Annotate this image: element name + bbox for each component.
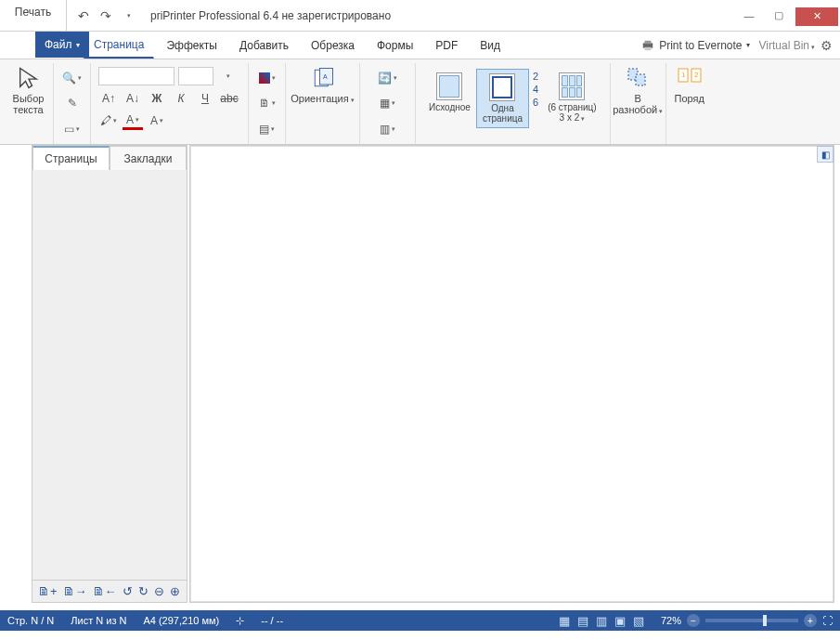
zoom-control: 72% − + ⛶ <box>661 614 833 627</box>
zoom-slider[interactable] <box>705 619 798 622</box>
shrink-font-icon[interactable]: A↓ <box>123 89 143 108</box>
tab-crop[interactable]: Обрезка <box>301 33 365 59</box>
canvas-options-icon[interactable]: ◧ <box>817 146 834 163</box>
select-text-button[interactable]: Выбор текста <box>13 65 45 115</box>
work-area: Страницы Закладки 🗎+ 🗎→ 🗎← ↺ ↻ ⊖ ⊕ ◧ <box>32 145 834 603</box>
highlight-icon[interactable]: 🖍 <box>98 111 119 130</box>
layout-random-button[interactable]: В разнобой <box>613 65 663 117</box>
quick-access-toolbar: ↶ ↷ <box>67 0 145 31</box>
svg-text:1: 1 <box>681 71 686 79</box>
cursor-icon <box>16 65 42 91</box>
orientation-button[interactable]: A Ориентация <box>291 65 354 106</box>
change-case-icon[interactable]: A <box>147 111 167 130</box>
layout-original[interactable]: Исходное <box>423 69 476 116</box>
layout-2[interactable]: 2 <box>533 71 538 82</box>
sidebar-tabs: Страницы Закладки <box>32 146 187 170</box>
status-view-icons: ▦ ▤ ▥ ▣ ▧ <box>559 614 644 628</box>
font-size-dropdown[interactable] <box>217 67 238 85</box>
svg-rect-2 <box>645 46 652 50</box>
add-page-icon[interactable]: 🗎+ <box>38 584 58 598</box>
layout-six-label: (6 страниц) 3 x 2 <box>548 102 597 124</box>
underline-icon[interactable]: Ч <box>195 89 215 108</box>
view-mode-1-icon[interactable]: ▦ <box>559 614 570 628</box>
layout-6[interactable]: 6 <box>533 97 538 108</box>
fit-screen-icon[interactable]: ⛶ <box>822 615 833 626</box>
view-mode-5-icon[interactable]: ▧ <box>633 614 644 628</box>
group-font: A↑ A↓ Ж К Ч abc 🖍 A A <box>91 63 249 144</box>
zoom-out-icon[interactable]: ⊖ <box>154 584 164 598</box>
qat-dropdown-icon[interactable] <box>119 7 137 25</box>
grow-font-icon[interactable]: A↑ <box>98 89 119 108</box>
file-menu-button[interactable]: Файл <box>35 32 89 58</box>
view-mode-3-icon[interactable]: ▥ <box>596 614 607 628</box>
group-find: 🔍 ✎ ▭ <box>54 63 91 144</box>
tab-page[interactable]: Страница <box>84 33 154 59</box>
status-bar: Стр. N / N Лист N из N A4 (297,210 мм) ⊹… <box>0 610 840 631</box>
strike-icon[interactable]: abc <box>219 89 239 108</box>
virtual-bin-selector[interactable]: Virtual Bin <box>759 39 815 52</box>
sidebar-body <box>32 170 187 580</box>
sidebar: Страницы Закладки 🗎+ 🗎→ 🗎← ↺ ↻ ⊖ ⊕ <box>32 145 187 603</box>
status-page: Стр. N / N <box>7 615 54 626</box>
redo-icon[interactable]: ↷ <box>97 7 115 25</box>
gear-icon[interactable]: ⚙ <box>821 38 833 53</box>
rotate-ccw-icon[interactable]: ↺ <box>123 584 133 598</box>
close-button[interactable]: ✕ <box>795 7 838 26</box>
orientation-icon: A <box>310 65 336 91</box>
titlebar: Печать ↶ ↷ priPrinter Professional 6.4 н… <box>0 0 840 32</box>
printer-selector[interactable]: Print to Evernote ▾ <box>637 37 753 54</box>
layout-one-page[interactable]: Одна страница <box>476 69 529 128</box>
tab-pdf[interactable]: PDF <box>425 33 468 59</box>
status-pos: -- / -- <box>261 615 283 626</box>
print-tab[interactable]: Печать <box>0 0 67 31</box>
font-size-combo[interactable] <box>178 67 213 85</box>
italic-icon[interactable]: К <box>171 89 191 108</box>
view-mode-4-icon[interactable]: ▣ <box>614 614 626 628</box>
layout-one-page-icon <box>489 73 515 101</box>
select-icon[interactable]: ▭ <box>62 120 83 138</box>
layout-one-page-label: Одна страница <box>483 103 523 124</box>
maximize-button[interactable]: ▢ <box>766 6 792 26</box>
layout-six-icon <box>559 72 585 100</box>
page-icon[interactable]: 🗎 <box>257 94 278 112</box>
tab-add[interactable]: Добавить <box>229 33 299 59</box>
bold-icon[interactable]: Ж <box>147 89 167 108</box>
view-mode-2-icon[interactable]: ▤ <box>577 614 588 628</box>
replace-icon[interactable]: ✎ <box>62 94 83 112</box>
import-page-icon[interactable]: 🗎← <box>93 584 117 598</box>
font-family-combo[interactable] <box>98 67 174 85</box>
svg-text:A: A <box>323 73 328 80</box>
export-page-icon[interactable]: 🗎→ <box>63 584 87 598</box>
font-color-icon[interactable]: A <box>123 111 143 130</box>
canvas[interactable]: ◧ <box>189 145 834 603</box>
status-sheet: Лист N из N <box>71 615 126 626</box>
find-icon[interactable]: 🔍 <box>62 69 83 87</box>
refresh-icon[interactable]: 🔄 <box>378 69 398 87</box>
zoom-in-button[interactable]: + <box>804 614 817 627</box>
tab-effects[interactable]: Эффекты <box>156 33 227 59</box>
sidebar-tools: 🗎+ 🗎→ 🗎← ↺ ↻ ⊖ ⊕ <box>32 580 187 602</box>
chevron-down-icon: ▾ <box>746 41 750 49</box>
zoom-out-button[interactable]: − <box>687 614 700 627</box>
layout-six-pages[interactable]: (6 страниц) 3 x 2 <box>542 69 602 127</box>
columns-icon[interactable]: ▥ <box>378 120 398 138</box>
layout-random-label: В разнобой <box>613 93 663 117</box>
minimize-button[interactable]: — <box>736 6 762 26</box>
sidebar-tab-pages[interactable]: Страницы <box>32 146 110 170</box>
undo-icon[interactable]: ↶ <box>74 7 93 25</box>
zoom-value[interactable]: 72% <box>661 615 681 626</box>
sidebar-tab-bookmarks[interactable]: Закладки <box>110 146 187 170</box>
tab-view[interactable]: Вид <box>470 33 510 59</box>
margins-icon[interactable]: ▦ <box>378 94 398 112</box>
rotate-cw-icon[interactable]: ↻ <box>138 584 149 598</box>
zoom-in-icon[interactable]: ⊕ <box>170 584 180 598</box>
layout-4[interactable]: 4 <box>533 84 538 95</box>
status-tool-icon[interactable]: ⊹ <box>236 615 244 627</box>
layout-order-button[interactable]: 12 Поряд <box>674 65 704 104</box>
ribbon: Выбор текста 🔍 ✎ ▭ A↑ A↓ Ж К Ч abc 🖍 A A… <box>0 59 840 145</box>
tab-forms[interactable]: Формы <box>367 33 423 59</box>
fill-color-icon[interactable] <box>257 69 278 87</box>
shading-icon[interactable]: ▤ <box>257 120 278 138</box>
svg-rect-1 <box>645 40 652 44</box>
group-random: В разнобой <box>611 63 666 144</box>
